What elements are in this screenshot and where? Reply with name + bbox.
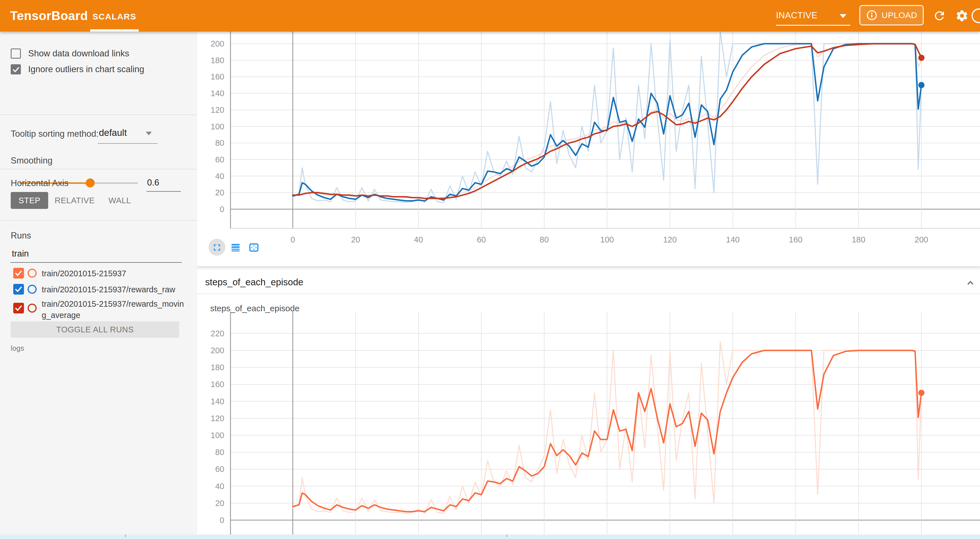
expand-chart-button[interactable] <box>212 242 222 253</box>
run-label: train/20201015-215937/rewards_moving_ave… <box>42 298 185 321</box>
ignore-outliers-checkbox[interactable] <box>11 64 21 75</box>
upload-button[interactable]: UPLOAD <box>859 5 924 26</box>
runs-filter-underline <box>10 262 182 263</box>
show-download-links-checkbox[interactable] <box>11 48 21 59</box>
ignore-outliers-label: Ignore outliers in chart scaling <box>28 64 144 75</box>
horizontal-scrollbar[interactable] <box>0 534 980 539</box>
svg-text:60: 60 <box>215 155 224 164</box>
run-checkbox[interactable] <box>13 268 24 279</box>
steps-chart-card: steps_of_each_episode steps_of_each_epis… <box>197 269 980 539</box>
svg-text:40: 40 <box>215 482 224 491</box>
fit-domain-icon <box>250 244 258 251</box>
svg-text:80: 80 <box>215 139 224 147</box>
sidebar-divider <box>0 220 197 221</box>
run-checkbox[interactable] <box>13 303 24 314</box>
svg-text:100: 100 <box>211 122 224 131</box>
runs-label: Runs <box>11 231 31 241</box>
chevron-down-icon <box>840 14 846 18</box>
rewards-chart: 0204060801001201401601802000204060801001… <box>197 32 980 266</box>
svg-text:180: 180 <box>211 56 224 65</box>
svg-text:100: 100 <box>211 431 224 440</box>
show-download-links-label: Show data download links <box>28 48 129 59</box>
header-bar: TensorBoard SCALARS INACTIVE UPLOAD <box>0 0 980 32</box>
svg-text:20: 20 <box>215 499 224 508</box>
tooltip-sorting-label: Tooltip sorting method: <box>11 129 99 139</box>
tooltip-sorting-value: default <box>99 128 127 138</box>
horizontal-lines-icon <box>232 244 240 252</box>
smoothing-slider-thumb[interactable] <box>86 179 95 187</box>
axis-wall-button[interactable]: WALL <box>104 192 135 209</box>
check-icon <box>12 65 20 74</box>
svg-text:160: 160 <box>211 72 224 81</box>
run-color-circle <box>28 285 37 294</box>
tab-scalars[interactable]: SCALARS <box>90 0 138 32</box>
svg-text:180: 180 <box>852 235 865 244</box>
status-dropdown[interactable]: INACTIVE <box>776 6 850 26</box>
svg-text:100: 100 <box>600 235 614 244</box>
svg-text:140: 140 <box>211 89 224 98</box>
svg-text:120: 120 <box>663 235 676 244</box>
svg-text:200: 200 <box>915 235 928 244</box>
run-label: train/20201015-215937 <box>42 268 185 279</box>
svg-text:160: 160 <box>789 235 802 244</box>
svg-text:60: 60 <box>477 235 486 244</box>
svg-text:140: 140 <box>211 397 224 406</box>
svg-text:20: 20 <box>215 188 224 197</box>
sidebar-divider <box>0 169 197 169</box>
runs-filter-input[interactable]: train <box>12 249 29 259</box>
tab-active-indicator <box>90 29 138 32</box>
svg-text:140: 140 <box>726 235 740 244</box>
refresh-icon[interactable] <box>933 9 946 22</box>
svg-text:0: 0 <box>220 205 224 214</box>
svg-text:40: 40 <box>215 172 224 181</box>
rewards-chart-card: 0204060801001201401601802000204060801001… <box>197 32 980 266</box>
smoothing-value-input[interactable]: 0.6 <box>147 178 159 188</box>
run-checkbox[interactable] <box>13 284 24 295</box>
status-dropdown-value: INACTIVE <box>776 10 818 20</box>
svg-text:40: 40 <box>414 235 423 244</box>
fit-domain-button[interactable] <box>248 242 259 253</box>
fullscreen-icon <box>214 244 220 250</box>
gear-icon[interactable] <box>955 9 969 22</box>
run-color-circle <box>28 304 37 313</box>
sidebar: Show data download links Ignore outliers… <box>0 32 197 539</box>
svg-text:0: 0 <box>220 516 224 525</box>
svg-text:220: 220 <box>211 329 224 338</box>
svg-text:180: 180 <box>211 363 224 372</box>
svg-text:20: 20 <box>351 235 360 244</box>
axis-step-button[interactable]: STEP <box>11 192 48 209</box>
sidebar-divider <box>0 115 197 115</box>
horizontal-axis-label: Horizontal Axis <box>11 178 68 188</box>
toggle-all-runs-button[interactable]: TOGGLE ALL RUNS <box>11 321 179 338</box>
tensorboard-app: TensorBoard SCALARS INACTIVE UPLOAD Show… <box>0 0 980 539</box>
chevron-down-icon <box>146 132 152 135</box>
steps-chart: 020406080100120140160180200220 <box>197 269 980 539</box>
svg-text:80: 80 <box>539 235 549 244</box>
svg-text:120: 120 <box>211 105 224 115</box>
svg-text:160: 160 <box>211 380 224 389</box>
svg-text:200: 200 <box>211 39 224 48</box>
scrollbar-tick <box>506 534 507 537</box>
svg-text:120: 120 <box>211 414 224 423</box>
smoothing-label: Smoothing <box>11 156 52 166</box>
logs-label: logs <box>11 344 24 352</box>
app-title: TensorBoard <box>10 0 88 32</box>
svg-text:80: 80 <box>215 448 224 457</box>
run-label: train/20201015-215937/rewards_raw <box>42 284 185 295</box>
help-icon[interactable] <box>972 8 980 23</box>
smoothing-value-underline <box>146 191 181 192</box>
tooltip-sorting-underline <box>98 143 158 144</box>
svg-text:60: 60 <box>215 464 224 474</box>
upload-button-label: UPLOAD <box>882 10 917 20</box>
axis-relative-button[interactable]: RELATIVE <box>54 192 96 209</box>
status-dropdown-underline <box>776 25 850 26</box>
log-scale-button[interactable] <box>230 242 241 253</box>
scrollbar-tick <box>125 534 126 537</box>
info-icon <box>866 9 878 21</box>
run-color-circle <box>28 269 37 277</box>
svg-text:0: 0 <box>291 235 295 244</box>
svg-text:200: 200 <box>211 346 224 355</box>
